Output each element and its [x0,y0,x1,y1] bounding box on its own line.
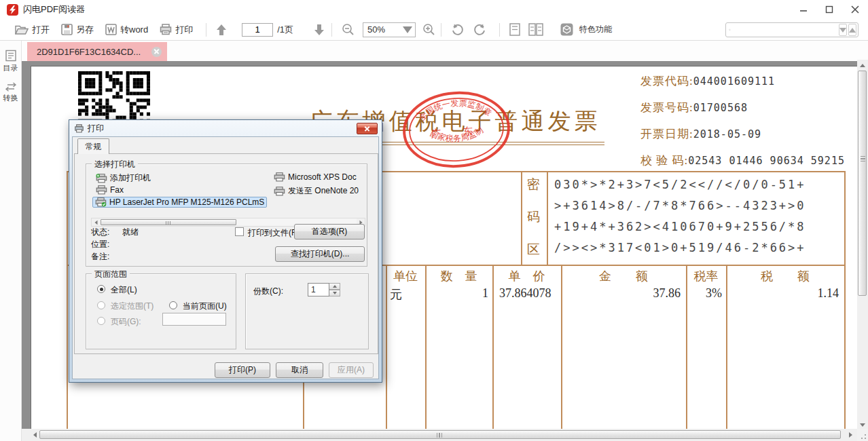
rotate-right-button[interactable] [473,23,486,37]
print-button[interactable]: 打印 [160,24,193,36]
page-number-input[interactable] [242,23,273,37]
document-tab[interactable]: 2D91D1F6F13C1634CD... [27,42,167,61]
left-sidebar: 目录 转换 [0,41,22,441]
chevron-down-icon [403,26,412,33]
app-logo-icon [7,4,18,16]
zoom-out-button[interactable] [342,23,355,36]
tax-stamp: 全国统一发票监制章 广 东 国家税务局监制 [394,83,519,176]
features-label: 特色功能 [579,24,612,35]
print-confirm-button[interactable]: 打印(P) [215,362,270,378]
tab-general[interactable]: 常规 [77,138,109,154]
toc-icon [5,50,17,62]
table-line [547,171,548,265]
toolbar-separator [499,23,500,37]
printer-item[interactable]: 添加打印机 [96,172,151,184]
save-as-button[interactable]: 另存 [61,24,94,36]
table-line [67,171,68,265]
rotate-left-button[interactable] [451,23,465,37]
app-window: 闪电PDF阅读器 打开 另存 转word 打印 /1页 [0,0,868,441]
invoice-info-block: 发票代码:044001609111发票号码:01700568开票日期:2018-… [640,73,845,179]
multi-page-icon [528,23,543,36]
scroll-right-arrow[interactable] [847,431,854,439]
printer-item[interactable]: Fax [96,185,124,195]
printer-list-scroll-thumb[interactable] [101,219,236,225]
apply-button[interactable]: 应用(A) [329,362,374,378]
horizontal-scroll-thumb[interactable] [39,430,841,439]
table-value-cell: 37.864078 [492,286,561,303]
printer-ready-icon [95,197,107,207]
range-all-radio[interactable] [97,285,105,293]
cancel-button[interactable]: 取消 [276,362,323,378]
open-button[interactable]: 打开 [15,24,50,36]
spinner-down-button[interactable] [329,290,340,296]
next-page-button[interactable] [314,24,325,36]
scroll-left-arrow[interactable] [31,431,39,439]
maximize-button[interactable] [816,0,842,19]
range-selection-radio[interactable] [97,301,105,309]
comment-label: 备注: [91,251,109,263]
sidebar-item-toc[interactable]: 目录 [0,50,21,73]
tab-close-icon[interactable] [151,47,162,57]
search-input[interactable] [734,24,839,36]
print-to-file-checkbox[interactable] [235,227,244,236]
resize-grip[interactable] [857,429,868,441]
preferences-button[interactable]: 首选项(R) [294,224,365,239]
minimize-button[interactable] [791,0,816,19]
convert-arrows-icon [5,82,17,92]
range-current-radio[interactable] [169,301,177,309]
search-box[interactable] [725,22,858,37]
dialog-close-button[interactable] [357,123,378,134]
copies-spinner[interactable]: 1 [308,283,340,296]
single-page-view-button[interactable] [509,23,520,36]
search-next-button[interactable] [839,24,847,36]
scroll-down-arrow[interactable] [858,421,867,429]
multi-page-view-button[interactable] [528,23,543,36]
print-dialog-titlebar[interactable]: 打印 [69,120,382,136]
range-selection-label: 选定范围(T) [111,301,153,312]
sidebar-item-convert[interactable]: 转换 [0,82,21,103]
printer-item[interactable]: HP LaserJet Pro MFP M125-M126 PCLmS [92,197,267,208]
printer-item[interactable]: Microsoft XPS Doc [274,172,357,182]
table-header-cell: 税 额 [726,268,844,284]
range-all-label: 全部(L) [111,284,137,296]
prev-page-button[interactable] [216,24,227,36]
app-title: 闪电PDF阅读器 [23,3,85,16]
table-header-cell: 数 量 [425,268,492,284]
printer-icon [274,187,285,196]
page-range-input[interactable] [162,313,226,326]
arrow-up-icon [216,24,227,36]
zoom-in-button[interactable] [422,23,435,36]
password-area-label: 密码区 [527,176,540,258]
invoice-info-row: 发票代码:044001609111 [640,73,845,100]
print-to-file-label: 打印到文件(F) [248,227,299,239]
status-label: 状态: [91,227,109,238]
print-dialog: 打印 常规 选择打印机 添加打印机FaxHP LaserJet Pro MFP … [69,119,382,383]
zoom-level-select[interactable]: 50% [363,22,416,37]
range-pages-radio[interactable] [97,317,105,325]
features-button[interactable]: 特色功能 [560,23,612,36]
scroll-left-arrow[interactable] [92,218,100,226]
document-tab-title: 2D91D1F6F13C1634CD... [37,47,141,57]
password-area-text: 030*>*2+3>7<5/2<<//</0/0-51+ >+3614>8/-/… [554,174,846,258]
find-printer-button[interactable]: 查找打印机(D)... [275,246,365,262]
table-value-cell: 37.86 [561,286,686,303]
search-prev-button[interactable] [848,24,856,36]
vertical-scroll-thumb[interactable] [858,71,867,296]
copies-label: 份数(C): [253,286,283,297]
copies-value[interactable]: 1 [308,283,329,296]
tab-bar: 2D91D1F6F13C1634CD... [22,41,868,61]
arrow-down-icon [314,24,325,36]
printer-icon [160,24,172,35]
spinner-up-button[interactable] [329,283,340,290]
zoom-level-value: 50% [363,24,403,35]
print-dialog-body: 常规 选择打印机 添加打印机FaxHP LaserJet Pro MFP M12… [72,136,379,379]
toolbar-separator [331,23,332,37]
printer-item[interactable]: 发送至 OneNote 20 [274,185,359,197]
select-printer-group-label: 选择打印机 [92,159,138,170]
convert-word-button[interactable]: 转word [105,24,148,36]
close-button[interactable] [842,0,868,19]
horizontal-scrollbar[interactable] [22,429,857,441]
vertical-scrollbar[interactable] [857,60,868,432]
scroll-up-arrow[interactable] [858,61,867,69]
open-folder-icon [15,24,29,35]
